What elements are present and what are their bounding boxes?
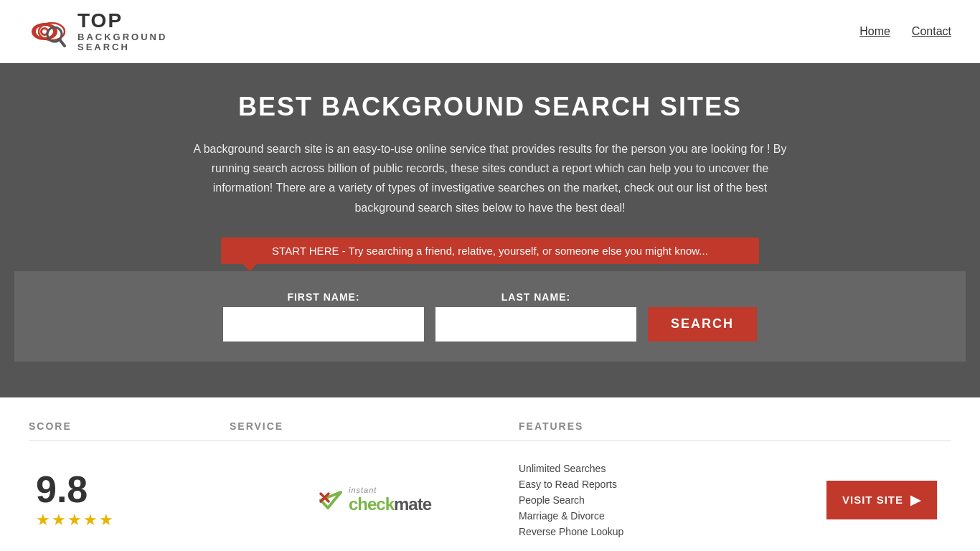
visit-cell-1: VISIT SITE ▶ [808, 481, 951, 519]
last-name-field: LAST NAME: [435, 291, 636, 342]
checkmate-instant: instant [349, 486, 431, 494]
search-button[interactable]: SEARCH [648, 307, 757, 342]
header-score: SCORE [29, 420, 230, 432]
svg-point-3 [42, 29, 47, 34]
header: TOP BACKGROUNDSEARCH Home Contact [0, 0, 980, 63]
feature-1-2: Easy to Read Reports [519, 479, 808, 490]
star-1: ★ [36, 511, 50, 529]
feature-1-3: People Search [519, 494, 808, 506]
logo-bottom-text: BACKGROUNDSEARCH [77, 32, 167, 53]
feature-1-1: Unlimited Searches [519, 463, 808, 474]
first-name-field: FIRST NAME: [223, 291, 424, 342]
header-action [808, 420, 951, 432]
score-number-1: 9.8 [36, 471, 88, 508]
checkmate-text: instant checkmate [349, 486, 431, 514]
results-table: SCORE SERVICE FEATURES 9.8 ★ ★ ★ ★ ★ [0, 397, 980, 551]
nav-contact[interactable]: Contact [912, 25, 951, 38]
visit-site-label-1: VISIT SITE [842, 494, 903, 506]
table-header: SCORE SERVICE FEATURES [29, 412, 951, 441]
service-cell-1: instant checkmate [230, 486, 519, 514]
star-2: ★ [52, 511, 66, 529]
visit-site-button-1[interactable]: VISIT SITE ▶ [826, 481, 937, 519]
logo-top-text: TOP [77, 10, 167, 32]
visit-arrow-icon-1: ▶ [910, 492, 921, 508]
star-4: ★ [83, 511, 98, 529]
checkmate-name: checkmate [349, 494, 431, 514]
svg-line-6 [60, 39, 65, 46]
stars-1: ★ ★ ★ ★ ★ [36, 511, 113, 529]
search-banner: START HERE - Try searching a friend, rel… [221, 237, 759, 264]
logo-icon [29, 10, 72, 53]
search-form-area: FIRST NAME: LAST NAME: SEARCH [14, 271, 966, 362]
search-form: FIRST NAME: LAST NAME: SEARCH [29, 291, 951, 342]
first-name-label: FIRST NAME: [223, 291, 424, 303]
feature-1-5: Reverse Phone Lookup [519, 526, 808, 537]
main-nav: Home Contact [859, 25, 951, 38]
header-features: FEATURES [519, 420, 808, 432]
checkmate-logo: instant checkmate [317, 486, 431, 514]
features-cell-1: Unlimited Searches Easy to Read Reports … [519, 463, 808, 537]
checkmate-check-icon [317, 486, 344, 514]
hero-section: BEST BACKGROUND SEARCH SITES A backgroun… [0, 63, 980, 397]
hero-description: A background search site is an easy-to-u… [189, 139, 791, 217]
hero-title: BEST BACKGROUND SEARCH SITES [14, 92, 966, 122]
logo-text: TOP BACKGROUNDSEARCH [77, 10, 167, 52]
header-service: SERVICE [230, 420, 519, 432]
star-3: ★ [67, 511, 82, 529]
star-5: ★ [99, 511, 113, 529]
logo: TOP BACKGROUNDSEARCH [29, 10, 167, 53]
first-name-input[interactable] [223, 307, 424, 342]
feature-1-4: Marriage & Divorce [519, 510, 808, 522]
nav-home[interactable]: Home [859, 25, 890, 38]
table-row: 9.8 ★ ★ ★ ★ ★ instant checkmate [29, 448, 951, 551]
last-name-label: LAST NAME: [435, 291, 636, 303]
last-name-input[interactable] [435, 307, 636, 342]
score-cell-1: 9.8 ★ ★ ★ ★ ★ [29, 471, 230, 529]
